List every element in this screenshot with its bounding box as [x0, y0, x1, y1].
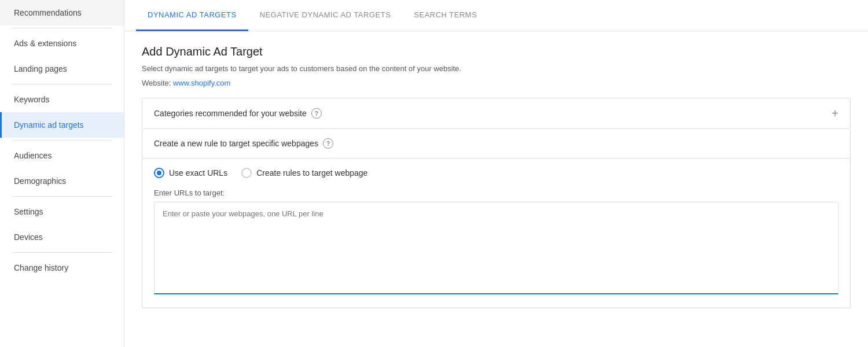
- tab-dynamic-ad-targets[interactable]: Dynamic ad targets: [136, 0, 248, 31]
- urls-label: Enter URLs to target:: [154, 189, 838, 197]
- new-rule-section-label: Create a new rule to target specific web…: [154, 139, 318, 148]
- categories-section: Categories recommended for your website …: [142, 98, 851, 129]
- categories-add-icon[interactable]: +: [832, 108, 838, 119]
- new-rule-section: Create a new rule to target specific web…: [142, 129, 851, 308]
- radio-exact-urls-circle: [154, 168, 164, 178]
- categories-help-icon[interactable]: ?: [311, 108, 322, 119]
- categories-section-header[interactable]: Categories recommended for your website …: [142, 98, 850, 128]
- sidebar-item-change-history[interactable]: Change history: [0, 255, 124, 280]
- website-line: Website: www.shopify.com: [142, 79, 851, 87]
- sidebar-divider-4: [12, 196, 112, 197]
- sidebar-item-recommendations[interactable]: Recommendations: [0, 0, 124, 25]
- radio-create-rules[interactable]: Create rules to target webpage: [241, 168, 367, 178]
- sidebar-item-dynamic-ad-targets[interactable]: Dynamic ad targets: [0, 112, 124, 138]
- website-url-link[interactable]: www.shopify.com: [173, 79, 230, 87]
- sidebar-divider-2: [12, 84, 112, 84]
- sidebar-divider-1: [12, 28, 112, 28]
- new-rule-help-icon[interactable]: ?: [323, 138, 333, 149]
- radio-exact-urls[interactable]: Use exact URLs: [154, 168, 227, 178]
- page-body: Add Dynamic Ad Target Select dynamic ad …: [124, 31, 868, 347]
- urls-textarea[interactable]: [154, 202, 838, 294]
- page-title: Add Dynamic Ad Target: [142, 45, 851, 58]
- sidebar-item-landing-pages[interactable]: Landing pages: [0, 56, 124, 82]
- sidebar-item-settings[interactable]: Settings: [0, 199, 124, 224]
- sidebar: Recommendations Ads & extensions Landing…: [0, 0, 124, 347]
- sidebar-divider-5: [12, 252, 112, 253]
- sidebar-item-devices[interactable]: Devices: [0, 224, 124, 250]
- main-content: Dynamic ad targets Negative dynamic ad t…: [124, 0, 868, 347]
- sidebar-item-keywords[interactable]: Keywords: [0, 87, 124, 112]
- radio-group: Use exact URLs Create rules to target we…: [154, 168, 838, 178]
- sidebar-divider-3: [12, 140, 112, 141]
- sidebar-item-demographics[interactable]: Demographics: [0, 168, 124, 194]
- tab-search-terms[interactable]: Search terms: [402, 0, 488, 31]
- categories-section-label: Categories recommended for your website: [154, 109, 307, 118]
- sidebar-item-audiences[interactable]: Audiences: [0, 143, 124, 168]
- page-subtitle: Select dynamic ad targets to target your…: [142, 64, 851, 73]
- sidebar-item-ads-extensions[interactable]: Ads & extensions: [0, 31, 124, 56]
- new-rule-section-header[interactable]: Create a new rule to target specific web…: [142, 129, 850, 158]
- tab-negative-dynamic-ad-targets[interactable]: Negative dynamic ad targets: [248, 0, 403, 31]
- new-rule-section-content: Use exact URLs Create rules to target we…: [142, 158, 850, 308]
- tabs-bar: Dynamic ad targets Negative dynamic ad t…: [124, 0, 868, 31]
- radio-create-rules-circle: [241, 168, 252, 178]
